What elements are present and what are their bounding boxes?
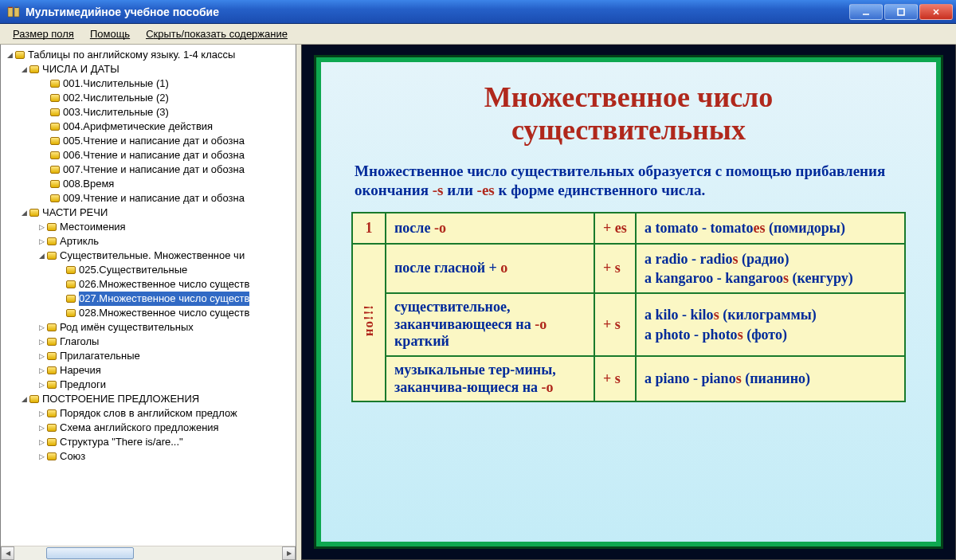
tree-item[interactable]: ▷Схема английского предложения	[2, 421, 296, 435]
tree-item[interactable]: 002.Числительные (2)	[2, 91, 296, 105]
tree-root[interactable]: ◢ Таблицы по английскому языку. 1-4 клас…	[2, 48, 296, 62]
ending-cell: + s	[594, 293, 636, 356]
rule-cell: существительное, заканчивающееся на -o к…	[386, 293, 594, 356]
tree-item[interactable]: 004.Арифметические действия	[2, 119, 296, 134]
tree-item[interactable]: 026.Множественное число существ	[2, 277, 296, 292]
tree-label: 002.Числительные (2)	[63, 91, 169, 105]
expand-icon[interactable]: ▷	[37, 381, 45, 389]
expand-icon[interactable]: ▷	[37, 338, 45, 346]
tree-item[interactable]: ▷Прилагательные	[2, 349, 296, 363]
ending-cell: + s	[594, 244, 636, 294]
collapse-icon[interactable]: ◢	[6, 51, 14, 59]
minimize-button[interactable]	[849, 4, 883, 20]
tree-item[interactable]: 005.Чтение и написание дат и обозна	[2, 134, 296, 148]
window-title: Мультимедийное учебное пособие	[25, 6, 849, 18]
rule-cell: после гласной + o	[386, 244, 594, 294]
tree-item[interactable]: ▷Наречия	[2, 363, 296, 378]
scroll-thumb[interactable]	[46, 547, 134, 559]
tree-category[interactable]: ◢ ПОСТРОЕНИЕ ПРЕДЛОЖЕНИЯ	[2, 392, 296, 406]
expand-icon[interactable]: ▷	[37, 424, 45, 432]
horizontal-scrollbar[interactable]: ◀ ▶	[1, 546, 296, 559]
expand-icon[interactable]: ▷	[37, 409, 45, 417]
folder-icon	[47, 452, 57, 460]
tree-label: 001.Числительные (1)	[63, 76, 169, 91]
tree-category[interactable]: ◢ ЧИСЛА И ДАТЫ	[2, 62, 296, 76]
collapse-icon[interactable]: ◢	[20, 395, 28, 403]
page-icon	[66, 309, 76, 317]
folder-icon	[15, 51, 25, 59]
expand-icon[interactable]: ▷	[37, 323, 45, 331]
page-icon	[50, 80, 60, 88]
expand-icon[interactable]: ▷	[37, 223, 45, 231]
menu-toggle-toc[interactable]: Скрыть/показать содержание	[138, 24, 296, 44]
scroll-left-icon[interactable]: ◀	[1, 546, 14, 560]
slide-card: Множественное число существительных Множ…	[316, 57, 941, 546]
expand-icon[interactable]: ▷	[37, 237, 45, 245]
collapse-icon[interactable]: ◢	[20, 65, 28, 73]
page-icon	[50, 137, 60, 145]
rule-cell: музыкальные тер-мины, заканчива-ющиеся н…	[386, 356, 594, 401]
tree-item[interactable]: 009.Чтение и написание дат и обозна	[2, 191, 296, 206]
tree-item[interactable]: ▷Местоимения	[2, 220, 296, 234]
example-cell: a radio - radios (радио) a kangaroo - ka…	[636, 244, 905, 294]
collapse-icon[interactable]: ◢	[37, 252, 45, 260]
tree-label: 009.Чтение и написание дат и обозна	[63, 191, 245, 206]
folder-icon	[47, 237, 57, 245]
tree-item[interactable]: ▷Союз	[2, 449, 296, 464]
tree-item[interactable]: ▷Род имён существительных	[2, 320, 296, 335]
page-icon	[50, 108, 60, 116]
menu-bar: Размер поля Помощь Скрыть/показать содер…	[0, 24, 956, 45]
tree-item[interactable]: 007.Чтение и написание дат и обозна	[2, 163, 296, 177]
tree-item-selected[interactable]: 027.Множественное число существ	[2, 292, 296, 306]
table-row: 1 после -o + es a tomato - tomatoes (пом…	[352, 213, 905, 243]
tree-label: Род имён существительных	[60, 320, 194, 335]
tree-item[interactable]: 001.Числительные (1)	[2, 76, 296, 91]
content-panel: Множественное число существительных Множ…	[301, 45, 956, 560]
folder-icon	[47, 424, 57, 432]
expand-icon[interactable]: ▷	[37, 452, 45, 460]
tree-item[interactable]: ▷Порядок слов в английском предлож	[2, 406, 296, 421]
tree-item[interactable]: 008.Время	[2, 177, 296, 191]
scroll-track[interactable]	[14, 546, 282, 560]
table-row: но!!! после гласной + o + s a radio - ra…	[352, 244, 905, 294]
tree-item[interactable]: ▷Артикль	[2, 234, 296, 249]
folder-icon	[47, 323, 57, 331]
tree-item[interactable]: 028.Множественное число существ	[2, 306, 296, 320]
tree-category[interactable]: ◢ ЧАСТИ РЕЧИ	[2, 206, 296, 220]
tree-item[interactable]: 006.Чтение и написание дат и обозна	[2, 148, 296, 163]
scroll-right-icon[interactable]: ▶	[282, 546, 296, 560]
tree-item[interactable]: 025.Существительные	[2, 263, 296, 277]
title-line2: существительных	[511, 114, 746, 146]
tree-item[interactable]: ◢Существительные. Множественное чи	[2, 249, 296, 263]
page-icon	[50, 194, 60, 202]
tree-label: 028.Множественное число существ	[79, 306, 249, 320]
expand-icon[interactable]: ▷	[37, 438, 45, 446]
folder-icon	[47, 223, 57, 231]
table-row: музыкальные тер-мины, заканчива-ющиеся н…	[352, 356, 905, 401]
tree-item[interactable]: ▷Предлоги	[2, 378, 296, 392]
tree-scroll[interactable]: ◢ Таблицы по английскому языку. 1-4 клас…	[1, 45, 296, 546]
tree-item[interactable]: 003.Числительные (3)	[2, 105, 296, 119]
tree-label: Таблицы по английскому языку. 1-4 классы	[28, 48, 235, 62]
tree-label: Наречия	[60, 363, 101, 378]
page-icon	[66, 280, 76, 288]
expand-icon[interactable]: ▷	[37, 352, 45, 360]
page-icon	[50, 94, 60, 102]
tree-label: Предлоги	[60, 378, 106, 392]
tree-label: 003.Числительные (3)	[63, 105, 169, 119]
tree-label: 004.Арифметические действия	[63, 119, 213, 134]
tree-label: Схема английского предложения	[60, 421, 219, 435]
maximize-button[interactable]	[884, 4, 918, 20]
table-row: существительное, заканчивающееся на -o к…	[352, 293, 905, 356]
close-button[interactable]	[919, 4, 953, 20]
menu-help[interactable]: Помощь	[82, 24, 138, 44]
tree-item[interactable]: ▷Структура "There is/are..."	[2, 435, 296, 449]
main-area: ◢ Таблицы по английскому языку. 1-4 клас…	[0, 45, 956, 560]
page-icon	[66, 295, 76, 303]
grammar-table: 1 после -o + es a tomato - tomatoes (пом…	[351, 212, 906, 402]
expand-icon[interactable]: ▷	[37, 366, 45, 374]
menu-field-size[interactable]: Размер поля	[5, 24, 82, 44]
tree-label: Существительные. Множественное чи	[60, 249, 245, 263]
tree-item[interactable]: ▷Глаголы	[2, 335, 296, 349]
collapse-icon[interactable]: ◢	[20, 209, 28, 217]
